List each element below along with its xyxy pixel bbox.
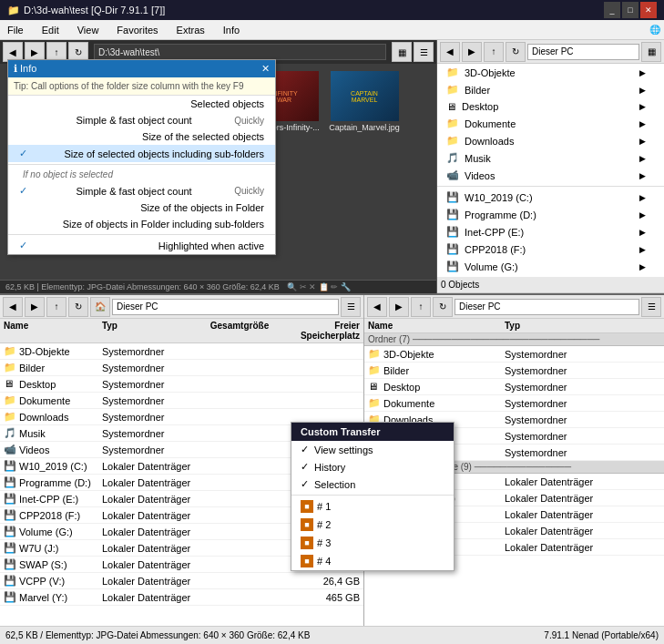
table-row[interactable]: 📁BilderSystemordner [0,360,363,376]
tb-view2[interactable]: ☰ [414,42,434,62]
drive-icon: 💾 [4,542,16,555]
table-row[interactable]: 📁3D-ObjekteSystemordner [0,343,363,360]
rp-back[interactable]: ◀ [367,297,387,317]
tr-up[interactable]: ↑ [484,42,504,62]
app-version: 🌐 [649,25,660,35]
thumb-item[interactable]: CAPTAINMARVEL Captain_Marvel.jpg [328,71,401,167]
info-icon: ℹ Info [14,63,36,75]
menu-info[interactable]: Info [220,23,243,37]
rd-cpp2018[interactable]: 💾CPP2018 (F:)▶ [437,240,664,258]
folder-icon: 📁 [4,345,16,358]
cm-numbered-2[interactable]: ■ # 2 [291,516,454,534]
lp-view[interactable]: ☰ [341,297,361,317]
cm-selection[interactable]: ✓ Selection [291,475,454,493]
close-button[interactable]: ✕ [640,2,657,18]
info-item-highlighted[interactable]: ✓ Highlighted when active [8,237,275,254]
table-row[interactable]: 🖥DesktopSystemordner [0,376,363,393]
tr-refresh[interactable]: ↻ [506,42,526,62]
col-r-header-name[interactable]: Name [364,321,501,331]
thumb-address[interactable]: D:\3d-wah\test\ [94,44,386,60]
info-item-simple-count2[interactable]: ✓ Simple & fast object count Quickly [8,182,275,199]
tr-address[interactable]: Dieser PC [527,44,639,60]
rd-videos[interactable]: 📹Videos▶ [437,167,664,184]
rd-desktop[interactable]: 🖥Desktop▶ [437,98,664,115]
desktop-icon: 🖥 [4,378,16,391]
rd-inet[interactable]: 💾Inet-CPP (E:)▶ [437,223,664,240]
col-header-type[interactable]: Typ [98,321,197,341]
rd-prog[interactable]: 💾Programme (D:)▶ [437,206,664,223]
info-divider2 [8,234,275,235]
right-panel-toolbar: ◀ ▶ ↑ ↻ Dieser PC ☰ [364,295,664,319]
tr-back[interactable]: ◀ [440,42,460,62]
drive-icon: 💾 [4,575,16,588]
col-header-free[interactable]: Freier Speicherplatz [272,321,363,341]
rd-volume[interactable]: 💾Volume (G:)▶ [437,258,664,275]
lp-up[interactable]: ↑ [46,297,66,317]
rp-up[interactable]: ↑ [411,297,431,317]
maximize-button[interactable]: □ [622,2,638,18]
rd-dokumente[interactable]: 📁Dokumente▶ [437,115,664,132]
table-row[interactable]: 📁DokumenteSystemordner [0,393,363,409]
dropdown-list: 📁3D-Objekte▶ 📁Bilder▶ 🖥Desktop▶ 📁Dokumen… [437,64,664,277]
info-item-size-selected[interactable]: Size of the selected objects [8,128,275,145]
cm-separator [291,495,454,496]
global-status-text: 62,5 KB / Elementtyp: JPG-Datei Abmessun… [5,630,310,640]
rp-view[interactable]: ☰ [641,297,661,317]
cm-numbered-3[interactable]: ■ # 3 [291,534,454,552]
rd-w7u[interactable]: 💾W7U (J:)▶ [437,275,664,277]
table-row[interactable]: 💾Marvel (Y:)Lokaler Datenträger465 GB [0,589,363,606]
table-row[interactable]: 📁BilderSystemordner [364,363,664,379]
rd-musik[interactable]: 🎵Musik▶ [437,149,664,167]
global-status-bar: 62,5 KB / Elementtyp: JPG-Datei Abmessun… [0,626,664,644]
lp-back[interactable]: ◀ [3,297,23,317]
drive-icon: 💾 [4,476,16,489]
menu-extras[interactable]: Extras [173,23,209,37]
menu-view[interactable]: View [74,23,103,37]
menu-file[interactable]: File [4,23,27,37]
right-list-header: Name Typ [364,319,664,333]
col-header-size[interactable]: Gesamtgröße [197,321,272,341]
rp-address[interactable]: Dieser PC [455,299,639,315]
lp-refresh[interactable]: ↻ [68,297,88,317]
title-bar: 📁 D:\3d-wah\test [Q-Dir 7.91.1 [7]] _ □ … [0,0,664,20]
tb-view1[interactable]: ▦ [392,42,412,62]
info-close[interactable]: ✕ [261,63,270,75]
rd-3dobjekte[interactable]: 📁3D-Objekte▶ [437,64,664,81]
table-row[interactable]: 💾VCPP (V:)Lokaler Datenträger26,4 GB [0,573,363,589]
objects-bar-top: 0 Objects [437,277,664,293]
rd-downloads[interactable]: 📁Downloads▶ [437,132,664,149]
cm-view-settings[interactable]: ✓ View settings [291,441,454,458]
menu-favorites[interactable]: Favorites [113,23,161,37]
cm-num-icon: ■ [301,518,313,531]
info-divider [8,164,275,165]
table-row[interactable]: 📁DokumenteSystemordner [364,395,664,412]
col-r-header-type[interactable]: Typ [501,321,664,331]
top-right-toolbar: ◀ ▶ ↑ ↻ Dieser PC ▦ [437,40,664,64]
table-row[interactable]: 📁3D-ObjekteSystemordner [364,346,664,363]
cm-numbered-4[interactable]: ■ # 4 [291,552,454,570]
table-row[interactable]: 🖥DesktopSystemordner [364,379,664,395]
title-bar-controls: _ □ ✕ [604,2,657,18]
info-item-size-folder-sub[interactable]: Size of objects in Folder including sub-… [8,216,275,232]
col-header-name[interactable]: Name [0,321,98,341]
rd-bilder[interactable]: 📁Bilder▶ [437,81,664,98]
lp-forward[interactable]: ▶ [25,297,45,317]
tr-forward[interactable]: ▶ [462,42,482,62]
cm-history[interactable]: ✓ History [291,458,454,475]
cm-numbered-1[interactable]: ■ # 1 [291,497,454,516]
info-item-simple-count[interactable]: Simple & fast object count Quickly [8,112,275,128]
lp-address[interactable]: Dieser PC [112,299,339,315]
rp-refresh[interactable]: ↻ [433,297,453,317]
info-item-size-subfolders[interactable]: ✓ Size of selected objects including sub… [8,145,275,162]
rd-separator [437,186,664,187]
info-item-selected[interactable]: Selected objects [8,96,275,112]
rd-w10[interactable]: 💾W10_2019 (C:)▶ [437,189,664,206]
drive-icon: 💾 [4,558,16,571]
info-item-size-folder[interactable]: Size of the objects in Folder [8,199,275,216]
tr-view[interactable]: ▦ [641,42,661,62]
video-icon: 📹 [4,444,16,456]
minimize-button[interactable]: _ [604,2,620,18]
menu-edit[interactable]: Edit [38,23,63,37]
rp-forward[interactable]: ▶ [389,297,409,317]
lp-home[interactable]: 🏠 [90,297,110,317]
